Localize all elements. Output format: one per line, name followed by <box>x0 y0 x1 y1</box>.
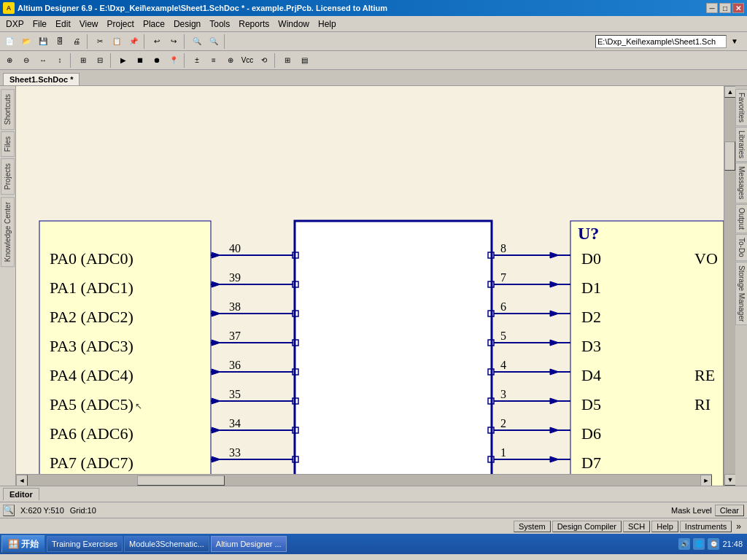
zoom-out-btn[interactable]: 🔍 <box>206 34 222 50</box>
tb2-btn15[interactable]: ⟲ <box>256 52 272 69</box>
sidebar-item-shortcuts[interactable]: Shortcuts <box>1 89 15 130</box>
right-scrollbar[interactable]: ▲ ▼ <box>724 86 735 486</box>
system-btn[interactable]: System <box>514 521 551 532</box>
tab-sheet1[interactable]: Sheet1.SchDoc * <box>3 73 80 85</box>
tb2-btn11[interactable]: ± <box>189 52 205 69</box>
svg-text:D1: D1 <box>581 279 601 297</box>
menu-tools[interactable]: Tools <box>205 18 234 31</box>
paste-btn[interactable]: 📌 <box>125 34 142 50</box>
svg-text:2: 2 <box>500 417 506 429</box>
new-btn[interactable]: 📄 <box>1 34 18 50</box>
svg-text:PA7 (ADC7): PA7 (ADC7) <box>50 454 133 472</box>
menu-window[interactable]: Window <box>274 18 314 31</box>
h-scroll-thumb[interactable] <box>137 475 225 486</box>
cut-btn[interactable]: ✂ <box>92 34 108 50</box>
panel-output[interactable]: Output <box>735 204 748 233</box>
tb2-btn12[interactable]: ≡ <box>206 52 222 69</box>
print-btn[interactable]: 🖨 <box>69 34 85 50</box>
tb2-btn6[interactable]: ⊟ <box>92 52 108 69</box>
menu-file[interactable]: File <box>28 18 51 31</box>
tb2-btn14[interactable]: Vcc <box>239 52 255 69</box>
sep1 <box>87 34 90 49</box>
tb2-btn7[interactable]: ▶ <box>115 52 131 69</box>
tb2-btn1[interactable]: ⊕ <box>1 52 18 69</box>
save-all-btn[interactable]: 🗄 <box>52 34 68 50</box>
clear-button[interactable]: Clear <box>715 505 744 516</box>
editor-tab[interactable]: Editor <box>3 488 39 500</box>
tray-icon-3[interactable]: ⌚ <box>708 538 719 550</box>
h-scroll-right-btn[interactable]: ► <box>700 475 712 486</box>
menu-project[interactable]: Project <box>103 18 139 31</box>
redo-btn[interactable]: ↪ <box>166 34 182 50</box>
taskbar-app-1[interactable]: Module3Schematic... <box>124 536 209 552</box>
panel-libraries[interactable]: Libraries <box>735 127 748 162</box>
panel-messages[interactable]: Messages <box>735 163 748 203</box>
schematic-view[interactable]: U? DAC-8 PA0 (ADC0) PA1 (ADC1) PA2 (ADC2… <box>16 86 724 486</box>
taskbar-app-0[interactable]: Training Exercises <box>47 536 123 552</box>
sch-btn[interactable]: SCH <box>623 521 650 532</box>
start-button[interactable]: 🪟 开始 <box>1 535 45 553</box>
zoom-in-btn[interactable]: 🔍 <box>189 34 205 50</box>
h-scroll-left-btn[interactable]: ◄ <box>16 475 28 486</box>
path-input[interactable] <box>595 35 727 48</box>
panel-storage[interactable]: Storage Manager <box>735 262 748 325</box>
tray-icon-2[interactable]: 🌐 <box>693 538 705 550</box>
menu-dxp[interactable]: DXP <box>1 18 28 31</box>
panel-todo[interactable]: To-Do <box>735 234 748 261</box>
title-bar: A Altium Designer 6.9 - E:\Dxp_Keil\exam… <box>0 0 747 16</box>
tb2-btn2[interactable]: ⊖ <box>18 52 34 69</box>
menu-help[interactable]: Help <box>314 18 341 31</box>
svg-text:34: 34 <box>229 417 241 429</box>
tb2-btn13[interactable]: ⊕ <box>222 52 239 69</box>
menu-design[interactable]: Design <box>169 18 205 31</box>
sidebar-item-projects[interactable]: Projects <box>1 158 15 195</box>
close-button[interactable]: ✕ <box>732 3 744 13</box>
taskbar-app-2[interactable]: Altium Designer ... <box>211 536 287 552</box>
sidebar-item-knowledge[interactable]: Knowledge Center <box>1 197 15 267</box>
tb2-btn8[interactable]: ⏹ <box>132 52 148 69</box>
tb2-btn3[interactable]: ↔ <box>35 52 51 69</box>
svg-text:D5: D5 <box>581 395 601 413</box>
tb2-btn5[interactable]: ⊞ <box>75 52 91 69</box>
instruments-btn[interactable]: Instruments <box>680 521 732 532</box>
copy-btn[interactable]: 📋 <box>109 34 125 50</box>
svg-text:33: 33 <box>229 446 241 459</box>
open-btn[interactable]: 📂 <box>18 34 34 50</box>
sep3 <box>184 34 187 49</box>
scroll-down-btn[interactable]: ▼ <box>724 474 736 486</box>
undo-btn[interactable]: ↩ <box>149 34 165 50</box>
menu-view[interactable]: View <box>75 18 103 31</box>
tray-icon-1[interactable]: 🔊 <box>678 538 690 550</box>
scroll-thumb[interactable] <box>724 141 735 171</box>
tb2-btn17[interactable]: ▤ <box>296 52 312 69</box>
scroll-track[interactable] <box>724 98 735 474</box>
tb2-btn9[interactable]: ⏺ <box>149 52 165 69</box>
menu-place[interactable]: Place <box>139 18 169 31</box>
h-scrollbar[interactable]: ◄ ► <box>16 474 712 486</box>
menu-edit[interactable]: Edit <box>51 18 75 31</box>
canvas-area[interactable]: U? DAC-8 PA0 (ADC0) PA1 (ADC1) PA2 (ADC2… <box>16 86 724 486</box>
window-title: Altium Designer 6.9 - E:\Dxp_Keil\exampl… <box>18 4 387 12</box>
expand-btn[interactable]: » <box>733 521 744 532</box>
menu-bar: DXPFileEditViewProjectPlaceDesignToolsRe… <box>0 16 747 32</box>
status-icon[interactable]: 🔍 <box>3 505 15 516</box>
svg-text:U?: U? <box>578 224 599 243</box>
maximize-button[interactable]: □ <box>719 3 731 13</box>
h-scroll-track[interactable] <box>28 475 700 486</box>
tb2-btn16[interactable]: ⊞ <box>279 52 295 69</box>
sidebar-item-files[interactable]: Files <box>1 131 15 157</box>
svg-text:6: 6 <box>500 300 506 313</box>
tb2-btn4[interactable]: ↕ <box>52 52 68 69</box>
svg-text:RE: RE <box>694 366 715 384</box>
minimize-button[interactable]: ─ <box>706 3 718 13</box>
save-btn[interactable]: 💾 <box>35 34 51 50</box>
taskbar: 🪟 开始 Training Exercises Module3Schematic… <box>0 534 747 554</box>
design-compiler-btn[interactable]: Design Compiler <box>552 521 622 532</box>
tb2-btn10[interactable]: 📍 <box>166 52 182 69</box>
help-btn[interactable]: Help <box>651 521 678 532</box>
status-bar-2: System Design Compiler SCH Help Instrume… <box>0 518 747 534</box>
status-bar: 🔍 X:620 Y:510 Grid:10 Mask Level Clear <box>0 502 747 518</box>
path-go-btn[interactable]: ▼ <box>727 34 743 50</box>
menu-reports[interactable]: Reports <box>234 18 274 31</box>
panel-favorites[interactable]: Favorites <box>735 89 748 126</box>
